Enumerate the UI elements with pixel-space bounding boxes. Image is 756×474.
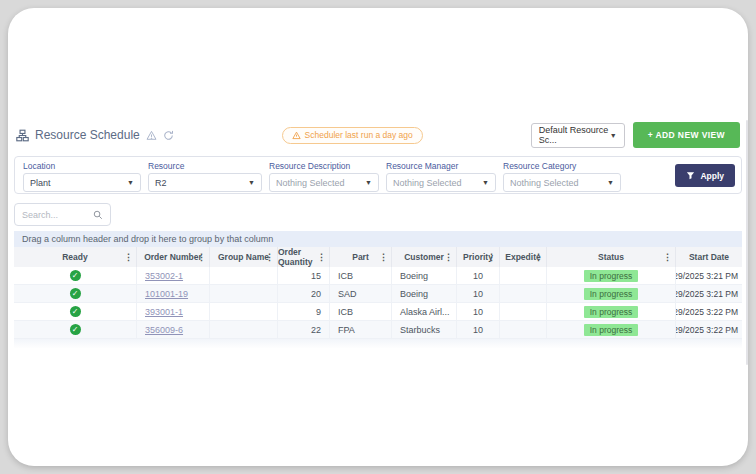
filter-resource-description: Resource Description Nothing Selected ▼	[269, 161, 379, 192]
resource-schedule-card: Resource Schedule Scheduler last run a d…	[8, 8, 748, 466]
ready-check-icon: ✓	[70, 306, 81, 317]
column-header-group-name[interactable]: Group Name⋮	[210, 247, 278, 267]
group-name-cell	[210, 267, 278, 284]
alert-triangle-icon[interactable]	[146, 130, 157, 141]
filter-resource-manager-value: Nothing Selected	[393, 178, 462, 188]
filter-resource-description-select[interactable]: Nothing Selected ▼	[269, 173, 379, 192]
start-date-cell: 07/29/2025 3:22 PM	[676, 303, 742, 320]
part-cell: SAD	[330, 285, 392, 302]
status-badge: In progress	[584, 270, 639, 282]
order-quantity-cell: 20	[278, 285, 330, 302]
column-header-order-number[interactable]: Order Number⋮	[137, 247, 210, 267]
filter-resource-manager-select[interactable]: Nothing Selected ▼	[386, 173, 496, 192]
view-selector-value: Default Resource Sc...	[539, 125, 610, 145]
table-row[interactable]: ✓ 101001-19 20 SAD Boeing 10 In progress…	[14, 285, 742, 303]
status-cell: In progress	[547, 285, 676, 302]
order-quantity-cell: 15	[278, 267, 330, 284]
view-controls: Default Resource Sc... ▼ + ADD NEW VIEW	[531, 122, 740, 148]
ready-cell: ✓	[14, 285, 137, 302]
status-cell: In progress	[547, 267, 676, 284]
page-title: Resource Schedule	[35, 128, 140, 142]
column-header-part[interactable]: Part⋮	[330, 247, 392, 267]
column-menu-icon[interactable]: ⋮	[124, 253, 133, 262]
table-row[interactable]: ✓ 393001-1 9 ICB Alaska Airl... 10 In pr…	[14, 303, 742, 321]
search-icon[interactable]	[93, 210, 103, 220]
chevron-down-icon: ▼	[610, 132, 617, 139]
ready-cell: ✓	[14, 303, 137, 320]
filter-location-label: Location	[23, 161, 141, 171]
column-menu-icon[interactable]: ⋮	[487, 253, 496, 262]
chevron-down-icon: ▼	[482, 179, 489, 186]
table-row[interactable]: ✓ 356009-6 22 FPA Starbucks 10 In progre…	[14, 321, 742, 339]
start-date-cell: 07/29/2025 3:22 PM	[676, 321, 742, 338]
priority-cell: 10	[457, 321, 500, 338]
status-badge: In progress	[584, 306, 639, 318]
table-row[interactable]: ✓ 353002-1 15 ICB Boeing 10 In progress …	[14, 267, 742, 285]
filter-resource-description-value: Nothing Selected	[276, 178, 345, 188]
column-header-expedite[interactable]: Expedite⋮	[500, 247, 547, 267]
ready-check-icon: ✓	[70, 270, 81, 281]
order-number-cell: 101001-19	[137, 285, 210, 302]
column-header-start-date[interactable]: Start Date	[676, 247, 742, 267]
customer-cell: Boeing	[392, 267, 457, 284]
filter-location: Location Plant ▼	[23, 161, 141, 192]
status-cell: In progress	[547, 321, 676, 338]
part-cell: FPA	[330, 321, 392, 338]
order-number-link[interactable]: 353002-1	[145, 271, 183, 281]
order-number-cell: 356009-6	[137, 321, 210, 338]
ready-check-icon: ✓	[70, 324, 81, 335]
filter-resource-description-label: Resource Description	[269, 161, 379, 171]
filter-resource: Resource R2 ▼	[148, 161, 262, 192]
refresh-icon[interactable]	[163, 130, 174, 141]
part-cell: ICB	[330, 303, 392, 320]
order-number-link[interactable]: 101001-19	[145, 289, 188, 299]
filter-resource-manager-label: Resource Manager	[386, 161, 496, 171]
order-number-link[interactable]: 393001-1	[145, 307, 183, 317]
order-number-link[interactable]: 356009-6	[145, 325, 183, 335]
page-header: Resource Schedule Scheduler last run a d…	[14, 120, 742, 150]
column-header-priority[interactable]: Priority⋮	[457, 247, 500, 267]
column-menu-icon[interactable]: ⋮	[197, 253, 206, 262]
status-badge: In progress	[584, 288, 639, 300]
customer-cell: Boeing	[392, 285, 457, 302]
expedite-cell	[500, 303, 547, 320]
column-menu-icon[interactable]: ⋮	[317, 253, 326, 262]
column-header-status[interactable]: Status⋮	[547, 247, 676, 267]
group-name-cell	[210, 303, 278, 320]
apply-button[interactable]: Apply	[675, 164, 735, 187]
column-header-ready[interactable]: Ready⋮	[14, 247, 137, 267]
expedite-cell	[500, 285, 547, 302]
order-quantity-cell: 9	[278, 303, 330, 320]
column-menu-icon[interactable]: ⋮	[265, 253, 274, 262]
order-number-cell: 393001-1	[137, 303, 210, 320]
grouping-drop-zone[interactable]: Drag a column header and drop it here to…	[14, 231, 742, 247]
view-selector-dropdown[interactable]: Default Resource Sc... ▼	[531, 123, 625, 148]
column-menu-icon[interactable]: ⋮	[444, 253, 453, 262]
column-menu-icon[interactable]: ⋮	[663, 253, 672, 262]
add-new-view-button[interactable]: + ADD NEW VIEW	[633, 122, 740, 148]
sitemap-icon	[16, 129, 29, 142]
filter-resource-value: R2	[155, 178, 167, 188]
vertical-scrollbar[interactable]	[746, 120, 748, 365]
order-number-cell: 353002-1	[137, 267, 210, 284]
status-cell: In progress	[547, 303, 676, 320]
column-header-order-quantity[interactable]: Order Quantity⋮	[278, 247, 330, 267]
filter-resource-category-value: Nothing Selected	[510, 178, 579, 188]
column-header-customer[interactable]: Customer⋮	[392, 247, 457, 267]
filter-resource-category-select[interactable]: Nothing Selected ▼	[503, 173, 621, 192]
filter-resource-manager: Resource Manager Nothing Selected ▼	[386, 161, 496, 192]
filter-resource-label: Resource	[148, 161, 262, 171]
title-group: Resource Schedule	[16, 128, 174, 142]
chevron-down-icon: ▼	[365, 179, 372, 186]
ready-cell: ✓	[14, 321, 137, 338]
filter-location-value: Plant	[30, 178, 51, 188]
search-input[interactable]	[22, 210, 93, 220]
search-row	[14, 203, 742, 226]
expedite-cell	[500, 321, 547, 338]
filter-location-select[interactable]: Plant ▼	[23, 173, 141, 192]
column-menu-icon[interactable]: ⋮	[534, 253, 543, 262]
filter-resource-select[interactable]: R2 ▼	[148, 173, 262, 192]
column-menu-icon[interactable]: ⋮	[379, 253, 388, 262]
chevron-down-icon: ▼	[607, 179, 614, 186]
ready-cell: ✓	[14, 267, 137, 284]
